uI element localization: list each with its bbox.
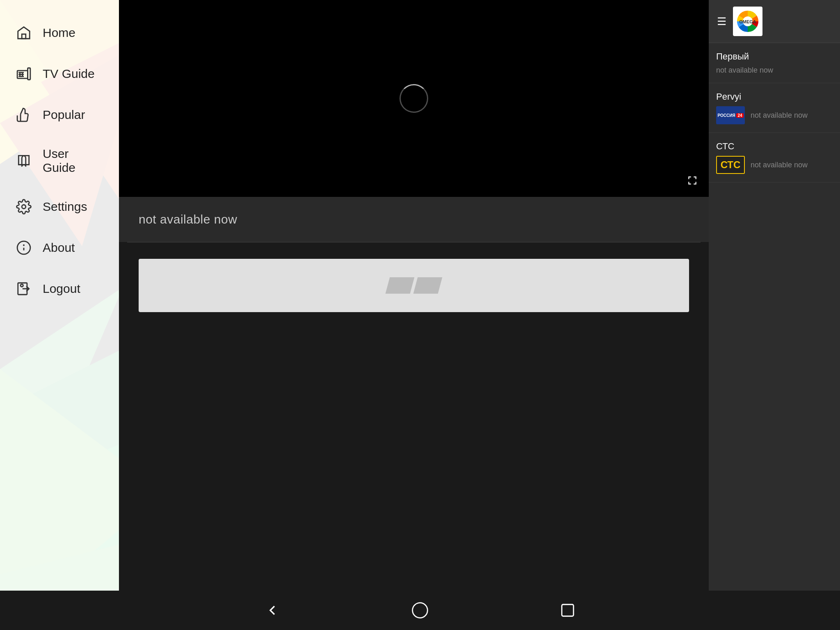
ctc-logo: СТС — [716, 156, 745, 174]
sidebar-item-logout-label: Logout — [43, 282, 80, 296]
svg-point-30 — [21, 284, 23, 287]
ad-shape-1 — [386, 277, 415, 294]
channel-entry-pervyi-2[interactable]: Pervyi РОССИЯ 24 not available now — [709, 83, 840, 133]
video-player — [119, 0, 709, 197]
content-area: Home TV Guide — [0, 0, 840, 591]
recent-button[interactable] — [555, 598, 580, 623]
tv-icon — [15, 65, 33, 83]
channel-row-ctc: СТС not available now — [716, 156, 833, 174]
logout-icon — [15, 280, 33, 298]
ad-shapes — [388, 277, 440, 294]
channel-list: ☰ OMEGA — [709, 0, 840, 591]
hamburger-icon[interactable]: ☰ — [717, 15, 726, 28]
rossiya-logo-text: РОССИЯ 24 — [717, 112, 744, 119]
sidebar-item-popular[interactable]: Popular — [0, 94, 119, 135]
svg-text:OMEGA: OMEGA — [739, 19, 756, 24]
channel-status-pervyi-2: not available now — [751, 111, 808, 120]
sidebar-item-popular-label: Popular — [43, 108, 85, 122]
sidebar-item-settings-label: Settings — [43, 200, 87, 214]
sidebar-item-tv-guide-label: TV Guide — [43, 67, 95, 81]
home-button[interactable] — [408, 598, 432, 623]
back-button[interactable] — [260, 598, 285, 623]
channel-name-pervyi-1: Первый — [716, 51, 833, 62]
svg-point-24 — [22, 205, 26, 209]
channel-status-pervyi-1: not available now — [716, 66, 773, 75]
ctc-logo-text: СТС — [721, 159, 741, 171]
rossiya-logo: РОССИЯ 24 — [716, 106, 745, 124]
svg-rect-35 — [562, 605, 574, 616]
not-available-text: not available now — [139, 212, 237, 226]
sidebar-item-user-guide[interactable]: UserGuide — [0, 135, 119, 186]
channel-entry-ctc[interactable]: СТС СТС not available now — [709, 133, 840, 183]
channel-name-ctc: СТС — [716, 141, 833, 152]
channel-list-header: ☰ OMEGA — [709, 0, 840, 43]
channel-row-pervyi-1: not available now — [716, 66, 833, 75]
fullscreen-button[interactable] — [682, 171, 702, 190]
svg-rect-16 — [22, 34, 26, 39]
svg-rect-23 — [28, 68, 30, 80]
not-available-banner: not available now — [119, 197, 709, 242]
sidebar-item-tv-guide[interactable]: TV Guide — [0, 53, 119, 94]
bottom-nav — [0, 591, 840, 630]
book-icon — [15, 152, 33, 170]
sidebar-item-home-label: Home — [43, 26, 75, 40]
ad-shape-2 — [413, 277, 443, 294]
divider-1 — [127, 242, 701, 242]
app-container: Home TV Guide — [0, 0, 840, 630]
channel-status-ctc: not available now — [751, 161, 808, 169]
main-content: not available now — [119, 0, 709, 591]
ad-banner — [139, 259, 689, 312]
sidebar-item-user-guide-label: UserGuide — [43, 147, 75, 175]
settings-icon — [15, 198, 33, 216]
sidebar-item-about[interactable]: About — [0, 227, 119, 268]
sidebar-item-about-label: About — [43, 241, 75, 255]
sidebar-item-home[interactable]: Home — [0, 12, 119, 53]
omega-logo: OMEGA — [733, 7, 762, 36]
info-icon — [15, 239, 33, 257]
svg-point-34 — [413, 603, 428, 618]
sidebar-item-logout[interactable]: Logout — [0, 268, 119, 309]
channel-entry-pervyi-1[interactable]: Первый not available now — [709, 43, 840, 83]
sidebar: Home TV Guide — [0, 0, 119, 591]
loading-spinner — [399, 84, 428, 113]
sidebar-item-settings[interactable]: Settings — [0, 186, 119, 227]
channel-name-pervyi-2: Pervyi — [716, 91, 833, 102]
home-icon — [15, 24, 33, 42]
channel-row-pervyi-2: РОССИЯ 24 not available now — [716, 106, 833, 124]
thumb-up-icon — [15, 106, 33, 124]
